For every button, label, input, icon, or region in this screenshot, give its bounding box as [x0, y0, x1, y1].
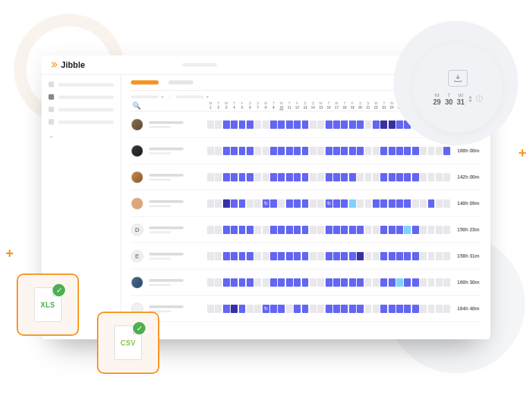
filter-chip[interactable]: ▾ [131, 94, 163, 99]
time-cell[interactable] [357, 252, 364, 260]
time-cell[interactable] [270, 147, 277, 155]
tab[interactable] [168, 80, 193, 84]
download-button[interactable] [448, 70, 468, 87]
time-cell[interactable] [310, 199, 317, 208]
time-cell[interactable] [317, 173, 324, 181]
time-cell[interactable] [294, 305, 301, 313]
time-cell[interactable] [389, 199, 396, 208]
time-cell[interactable] [278, 278, 285, 287]
time-cell[interactable] [365, 147, 372, 155]
sidebar-item[interactable] [48, 82, 114, 87]
time-cell[interactable] [428, 278, 435, 287]
day-header[interactable]: M8 [263, 102, 269, 109]
time-cell[interactable] [223, 147, 230, 155]
time-cell[interactable] [404, 226, 411, 234]
time-cell[interactable] [310, 147, 317, 155]
time-cell[interactable] [326, 226, 332, 234]
time-cell[interactable] [443, 173, 450, 181]
time-cell[interactable] [428, 252, 435, 260]
time-cell[interactable] [207, 199, 214, 208]
time-cell[interactable] [436, 305, 443, 313]
time-cell[interactable] [231, 305, 238, 313]
time-cell[interactable] [333, 147, 340, 155]
time-cell[interactable] [333, 278, 340, 287]
time-cell[interactable] [333, 252, 340, 260]
time-cell[interactable] [278, 305, 285, 313]
time-cell[interactable] [389, 226, 396, 234]
time-cell[interactable] [231, 120, 238, 129]
time-cell[interactable] [326, 199, 332, 208]
time-cell[interactable] [286, 278, 293, 287]
time-cell[interactable] [294, 147, 301, 155]
time-cell[interactable] [357, 173, 364, 181]
time-cell[interactable] [270, 278, 277, 287]
time-cell[interactable] [349, 120, 356, 129]
time-cell[interactable] [207, 226, 214, 234]
time-cell[interactable] [254, 173, 261, 181]
time-cell[interactable] [428, 173, 435, 181]
time-cell[interactable] [326, 147, 332, 155]
time-cell[interactable] [247, 120, 254, 129]
time-cell[interactable] [223, 226, 230, 234]
time-cell[interactable] [420, 278, 427, 287]
export-xls-card[interactable]: XLS ✓ [17, 274, 79, 336]
time-cell[interactable] [436, 173, 443, 181]
time-cell[interactable] [270, 173, 277, 181]
avatar[interactable]: E [131, 250, 143, 262]
time-cell[interactable] [341, 252, 348, 260]
time-cell[interactable] [341, 147, 348, 155]
time-cell[interactable] [420, 173, 427, 181]
time-cell[interactable] [380, 305, 387, 313]
day-header[interactable]: T9 [270, 102, 277, 109]
time-cell[interactable] [412, 199, 419, 208]
day-header[interactable]: T23 [380, 102, 387, 109]
time-cell[interactable] [443, 147, 450, 155]
time-cell[interactable] [239, 147, 246, 155]
time-cell[interactable] [349, 305, 356, 313]
time-cell[interactable] [254, 278, 261, 287]
time-cell[interactable] [317, 252, 324, 260]
time-cell[interactable] [365, 278, 372, 287]
time-cell[interactable] [341, 278, 348, 287]
date-down-icon[interactable]: ▾ [469, 99, 472, 103]
time-cell[interactable] [389, 252, 396, 260]
time-cell[interactable] [341, 305, 348, 313]
time-cell[interactable] [223, 173, 230, 181]
time-cell[interactable] [373, 173, 380, 181]
sidebar-item[interactable] [48, 94, 114, 100]
time-cell[interactable] [207, 305, 214, 313]
time-cell[interactable] [215, 147, 222, 155]
time-cell[interactable] [333, 120, 340, 129]
time-cell[interactable] [239, 226, 246, 234]
time-cell[interactable] [278, 120, 285, 129]
time-cell[interactable] [286, 252, 293, 260]
sidebar-item[interactable] [48, 119, 114, 125]
time-cell[interactable] [404, 147, 411, 155]
time-cell[interactable] [286, 305, 293, 313]
time-cell[interactable] [380, 278, 387, 287]
time-cell[interactable] [239, 173, 246, 181]
time-cell[interactable] [404, 278, 411, 287]
day-header[interactable]: W10 [278, 102, 285, 109]
time-cell[interactable] [254, 226, 261, 234]
time-cell[interactable] [247, 199, 254, 208]
time-cell[interactable] [317, 147, 324, 155]
time-cell[interactable] [207, 173, 214, 181]
time-cell[interactable] [247, 252, 254, 260]
time-cell[interactable] [215, 278, 222, 287]
day-header[interactable]: T18 [341, 102, 348, 109]
day-header[interactable]: T4 [231, 102, 238, 109]
time-cell[interactable] [404, 252, 411, 260]
time-cell[interactable] [389, 120, 396, 129]
time-cell[interactable] [302, 252, 309, 260]
time-cell[interactable] [231, 199, 238, 208]
time-cell[interactable] [349, 278, 356, 287]
time-cell[interactable] [341, 120, 348, 129]
date-option[interactable]: W31 [457, 92, 465, 106]
time-cell[interactable] [294, 120, 301, 129]
time-cell[interactable] [412, 252, 419, 260]
date-option[interactable]: M29 [433, 92, 441, 106]
time-cell[interactable] [357, 120, 364, 129]
time-cell[interactable] [215, 199, 222, 208]
time-cell[interactable] [215, 305, 222, 313]
